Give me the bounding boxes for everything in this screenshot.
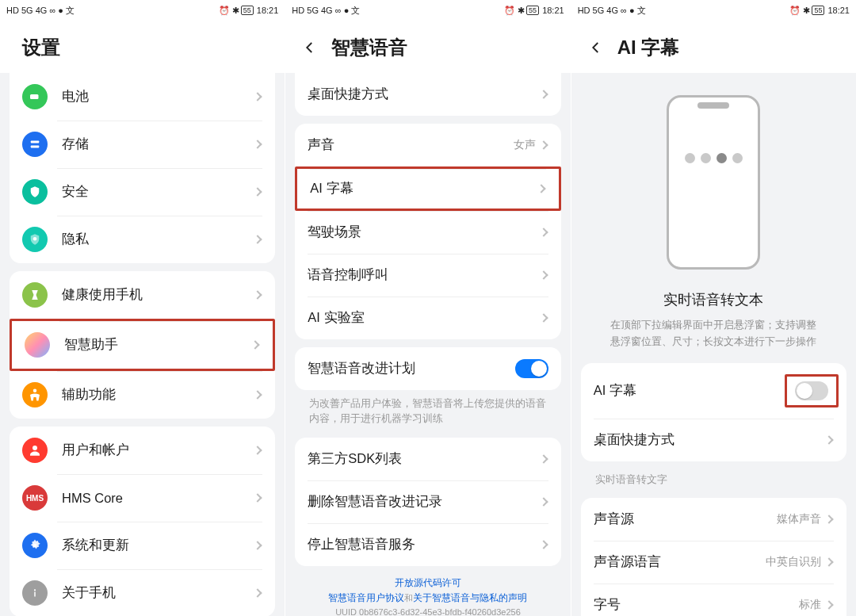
- svg-rect-2: [31, 146, 40, 148]
- row-ai-lab[interactable]: AI 实验室: [295, 297, 560, 339]
- chevron-right-icon: [539, 454, 548, 463]
- row-value: 标准: [799, 598, 821, 612]
- row-sound[interactable]: 声音 女声: [295, 124, 560, 166]
- row-value: 媒体声音: [777, 512, 821, 526]
- row-stop-service[interactable]: 停止智慧语音服务: [295, 523, 560, 566]
- illustration-description: 在顶部下拉编辑界面中开启悬浮窗；支持调整悬浮窗位置、尺寸；长按文本进行下一步操作: [605, 317, 823, 350]
- chevron-right-icon: [254, 493, 262, 502]
- row-value: 女声: [514, 138, 536, 152]
- svg-point-3: [33, 237, 37, 241]
- chevron-right-icon: [539, 497, 548, 506]
- battery-indicator: 55: [241, 6, 254, 15]
- row-digital-wellbeing[interactable]: 健康使用手机: [10, 271, 275, 319]
- accessibility-icon: [22, 382, 48, 407]
- row-battery[interactable]: 电池: [10, 73, 275, 121]
- battery-indicator: 55: [812, 6, 824, 15]
- row-audio-source[interactable]: 声音源 媒体声音: [581, 498, 846, 541]
- status-indicators: HD 5G 4G ∞ ● 文: [578, 5, 646, 17]
- chevron-right-icon: [539, 313, 548, 322]
- chevron-right-icon: [254, 390, 262, 399]
- row-label: 字号: [594, 596, 799, 614]
- link-user-agreement[interactable]: 智慧语音用户协议: [328, 592, 404, 603]
- row-label: 桌面快捷方式: [308, 86, 540, 103]
- row-label: 辅助功能: [62, 386, 254, 404]
- svg-point-4: [32, 446, 37, 450]
- row-sdk-list[interactable]: 第三方SDK列表: [295, 438, 560, 480]
- row-system-update[interactable]: 系统和更新: [10, 522, 275, 569]
- row-voice-call-control[interactable]: 语音控制呼叫: [295, 254, 560, 297]
- row-about-phone[interactable]: 关于手机: [10, 569, 275, 616]
- row-security[interactable]: 安全: [10, 168, 275, 216]
- row-hms-core[interactable]: HMS HMS Core: [10, 474, 275, 522]
- row-driving[interactable]: 驾驶场景: [295, 211, 560, 254]
- row-delete-records[interactable]: 删除智慧语音改进记录: [295, 480, 560, 523]
- uuid-text: UUID 0b8676c3-6d32-45e3-bfdb-f40260d3e25…: [319, 606, 537, 616]
- section-label: 实时语音转文字: [581, 461, 846, 490]
- row-label: 停止智慧语音服务: [308, 536, 540, 553]
- page-header: AI 字幕: [571, 21, 856, 73]
- row-label: 健康使用手机: [62, 286, 254, 304]
- privacy-icon: [22, 227, 48, 252]
- row-label: 用户和帐户: [62, 442, 254, 459]
- ai-caption-toggle[interactable]: [795, 381, 828, 400]
- row-storage[interactable]: 存储: [10, 121, 275, 168]
- page-header: 设置: [0, 21, 285, 73]
- illustration-title: 实时语音转文本: [663, 290, 763, 309]
- highlight-toggle-area: [785, 374, 839, 407]
- row-label: 声音源: [594, 511, 777, 528]
- row-desktop-shortcut[interactable]: 桌面快捷方式: [581, 419, 846, 461]
- ai-caption-screen: HD 5G 4G ∞ ● 文 ⏰ ✱ 55 18:21 AI 字幕 实时语音转文…: [571, 0, 856, 616]
- link-privacy[interactable]: 关于智慧语音与隐私的声明: [413, 592, 527, 603]
- chevron-right-icon: [539, 90, 548, 98]
- back-icon[interactable]: [303, 40, 317, 55]
- row-source-language[interactable]: 声音源语言 中英自识别: [581, 541, 846, 583]
- chevron-right-icon: [251, 340, 260, 349]
- chevron-right-icon: [824, 557, 833, 566]
- row-ai-caption[interactable]: AI 字幕: [295, 166, 560, 211]
- settings-screen: HD 5G 4G ∞ ● 文 ⏰ ✱ 55 18:21 设置 电池 存储: [0, 0, 285, 616]
- row-privacy[interactable]: 隐私: [10, 216, 275, 263]
- chevron-right-icon: [824, 515, 833, 523]
- hms-icon: HMS: [22, 485, 48, 511]
- improve-plan-toggle[interactable]: [515, 359, 548, 378]
- illustration-block: 实时语音转文本 在顶部下拉编辑界面中开启悬浮窗；支持调整悬浮窗位置、尺寸；长按文…: [581, 73, 846, 355]
- row-accessibility[interactable]: 辅助功能: [10, 371, 275, 419]
- row-font-size[interactable]: 字号 标准: [581, 583, 846, 616]
- status-bar: HD 5G 4G ∞ ● 文 ⏰ ✱ 55 18:21: [285, 0, 570, 21]
- chevron-right-icon: [824, 435, 833, 444]
- back-icon[interactable]: [589, 40, 603, 55]
- settings-group-device: 电池 存储 安全 隐私: [10, 73, 275, 263]
- row-label: AI 字幕: [594, 382, 785, 400]
- chevron-right-icon: [254, 187, 262, 196]
- row-users[interactable]: 用户和帐户: [10, 427, 275, 474]
- row-label: 电池: [62, 88, 254, 105]
- group-service-mgmt: 第三方SDK列表 删除智慧语音改进记录 停止智慧语音服务: [295, 438, 560, 566]
- page-title: AI 字幕: [617, 35, 680, 60]
- status-icons: ⏰ ✱: [504, 6, 525, 16]
- row-smart-assistant[interactable]: 智慧助手: [10, 319, 275, 371]
- clock: 18:21: [827, 6, 850, 15]
- row-label: 关于手机: [62, 584, 254, 602]
- chevron-right-icon: [254, 588, 262, 597]
- svg-rect-1: [31, 141, 40, 143]
- row-desktop-shortcut[interactable]: 桌面快捷方式: [295, 73, 560, 116]
- group-ai-caption-toggle: AI 字幕 桌面快捷方式: [581, 363, 846, 461]
- row-label: 隐私: [62, 231, 254, 248]
- status-indicators: HD 5G 4G ∞ ● 文: [292, 5, 360, 17]
- row-label: 声音: [308, 136, 513, 154]
- chevron-right-icon: [539, 140, 548, 149]
- row-improve-plan[interactable]: 智慧语音改进计划: [295, 347, 560, 390]
- page-header: 智慧语音: [285, 21, 570, 73]
- row-ai-caption-toggle[interactable]: AI 字幕: [581, 363, 846, 419]
- link-open-source[interactable]: 开放源代码许可: [395, 577, 461, 588]
- group-shortcut: 桌面快捷方式: [295, 73, 560, 116]
- row-label: 存储: [62, 136, 254, 153]
- shield-icon: [22, 179, 48, 205]
- row-label: 声音源语言: [594, 553, 766, 571]
- row-label: 第三方SDK列表: [308, 450, 540, 468]
- group-voice-settings: 声音 女声 AI 字幕 驾驶场景 语音控制呼叫 AI 实验室: [295, 124, 560, 339]
- chevron-right-icon: [539, 540, 548, 549]
- page-title: 智慧语音: [331, 35, 407, 60]
- row-label: AI 实验室: [308, 309, 540, 327]
- chevron-right-icon: [539, 228, 548, 236]
